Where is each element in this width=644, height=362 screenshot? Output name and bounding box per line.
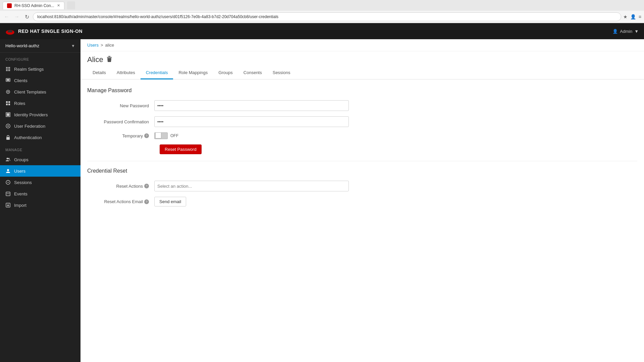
sidebar-item-label: Identity Providers <box>14 112 48 117</box>
sidebar-item-label: Users <box>14 169 25 174</box>
sidebar-item-clients[interactable]: Clients <box>0 75 80 86</box>
svg-rect-6 <box>8 69 9 70</box>
sidebar-item-label: Import <box>14 203 26 208</box>
admin-chevron-icon: ▼ <box>634 29 639 34</box>
back-button[interactable]: ← <box>3 13 11 21</box>
reset-actions-input[interactable] <box>154 181 349 191</box>
svg-rect-3 <box>8 67 9 68</box>
svg-point-24 <box>7 158 8 160</box>
tab-favicon <box>7 3 12 8</box>
temporary-label: Temporary ? <box>87 133 154 138</box>
svg-rect-17 <box>6 104 8 105</box>
sidebar-item-realm-settings[interactable]: Realm Settings <box>0 63 80 75</box>
sidebar-item-authentication[interactable]: Authentication <box>0 132 80 143</box>
svg-rect-18 <box>8 104 10 105</box>
admin-user-icon: 👤 <box>612 29 618 34</box>
identity-providers-icon <box>5 112 11 117</box>
tab-sessions[interactable]: Sessions <box>267 67 296 79</box>
reset-actions-info-icon[interactable]: ? <box>144 184 149 188</box>
sidebar-item-client-templates[interactable]: Client Templates <box>0 86 80 98</box>
realm-selector[interactable]: Hello-world-authz ▼ <box>0 39 80 53</box>
client-templates-icon <box>5 89 11 95</box>
admin-menu[interactable]: 👤 Admin ▼ <box>612 29 639 34</box>
tab-details[interactable]: Details <box>87 67 111 79</box>
svg-rect-9 <box>8 70 9 71</box>
user-federation-icon <box>5 123 11 129</box>
sidebar-item-label: Events <box>14 191 28 196</box>
page-title: Alice <box>87 55 103 64</box>
tab-credentials[interactable]: Credentials <box>141 67 173 79</box>
browser-chrome: RH-SSO Admin Con... ✕ ← → ↻ localhost:81… <box>0 0 644 23</box>
svg-rect-23 <box>6 137 10 140</box>
svg-rect-20 <box>7 113 9 116</box>
breadcrumb-users-link[interactable]: Users <box>87 43 99 48</box>
tab-close-button[interactable]: ✕ <box>57 3 60 8</box>
reset-actions-email-info-icon[interactable]: ? <box>144 199 149 204</box>
sidebar-item-label: Realm Settings <box>14 67 44 72</box>
sessions-icon <box>5 180 11 185</box>
reload-button[interactable]: ↻ <box>23 13 31 21</box>
sidebar-item-user-federation[interactable]: User Federation <box>0 120 80 132</box>
tab-consents[interactable]: Consents <box>238 67 267 79</box>
url-text: localhost:8180/auth/admin/master/console… <box>37 14 278 19</box>
svg-rect-10 <box>9 70 10 71</box>
sidebar-item-groups[interactable]: Groups <box>0 154 80 165</box>
reset-password-row: Reset Password <box>160 144 637 154</box>
reset-actions-email-control: Send email <box>154 197 349 206</box>
user-icon[interactable]: 👤 <box>630 14 636 19</box>
sidebar-item-label: Authentication <box>14 135 42 140</box>
password-confirmation-row: Password Confirmation <box>87 116 637 127</box>
tab-role-mappings[interactable]: Role Mappings <box>173 67 213 79</box>
page-header: Alice <box>80 51 644 64</box>
send-email-button[interactable]: Send email <box>154 197 186 206</box>
sidebar-item-label: Groups <box>14 157 29 162</box>
svg-rect-32 <box>9 193 9 194</box>
admin-label: Admin <box>620 29 632 34</box>
new-password-input[interactable] <box>154 100 349 111</box>
new-tab-button[interactable] <box>67 1 75 9</box>
reset-actions-label: Reset Actions ? <box>87 184 154 189</box>
sidebar-item-label: Sessions <box>14 180 32 185</box>
temporary-info-icon[interactable]: ? <box>144 133 149 138</box>
sidebar-item-events[interactable]: Events <box>0 188 80 199</box>
bookmark-star-icon[interactable]: ★ <box>623 14 628 19</box>
svg-point-14 <box>7 91 9 93</box>
svg-point-28 <box>8 182 9 183</box>
sidebar-item-roles[interactable]: Roles <box>0 98 80 109</box>
sidebar-item-import[interactable]: Import <box>0 199 80 211</box>
new-password-row: New Password <box>87 100 637 111</box>
realm-settings-icon <box>5 66 11 72</box>
sidebar-item-label: Clients <box>14 78 28 83</box>
delete-user-icon[interactable] <box>107 56 112 63</box>
sidebar-item-label: Roles <box>14 101 25 106</box>
reset-actions-row: Reset Actions ? <box>87 181 637 191</box>
reset-password-button[interactable]: Reset Password <box>160 144 202 154</box>
users-icon <box>5 168 11 174</box>
new-password-label: New Password <box>87 103 154 108</box>
svg-rect-31 <box>8 193 8 194</box>
credential-reset-title: Credential Reset <box>87 168 637 174</box>
temporary-toggle[interactable] <box>154 132 168 139</box>
manage-section-title: Manage <box>0 143 80 154</box>
address-bar[interactable]: localhost:8180/auth/admin/master/console… <box>33 12 621 21</box>
password-confirmation-input[interactable] <box>154 116 349 127</box>
sidebar-item-users[interactable]: Users <box>0 165 80 177</box>
browser-tab[interactable]: RH-SSO Admin Con... ✕ <box>3 2 64 9</box>
credentials-content: Manage Password New Password Password Co… <box>80 79 644 220</box>
svg-rect-34 <box>107 57 112 58</box>
configure-section-title: Configure <box>0 53 80 63</box>
sidebar: Hello-world-authz ▼ Configure Realm Sett… <box>0 39 80 362</box>
sidebar-item-identity-providers[interactable]: Identity Providers <box>0 109 80 120</box>
breadcrumb-current: alice <box>105 43 114 48</box>
tab-groups[interactable]: Groups <box>213 67 238 79</box>
new-password-control <box>154 100 349 111</box>
menu-icon[interactable]: ≡ <box>639 14 641 19</box>
svg-rect-16 <box>8 101 10 103</box>
forward-button[interactable]: → <box>13 13 21 21</box>
toggle-state-label: OFF <box>170 133 178 138</box>
sidebar-item-sessions[interactable]: Sessions <box>0 177 80 188</box>
svg-rect-4 <box>9 67 10 68</box>
temporary-control: OFF <box>154 132 349 139</box>
svg-rect-15 <box>6 101 8 103</box>
tab-attributes[interactable]: Attributes <box>111 67 141 79</box>
